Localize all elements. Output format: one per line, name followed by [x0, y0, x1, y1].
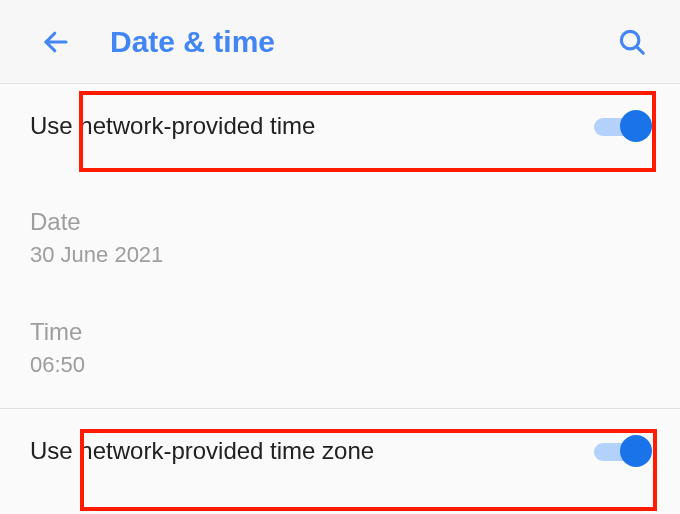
date-row: Date 30 June 2021: [0, 168, 680, 278]
time-label: Time: [30, 318, 650, 346]
toggle-thumb: [620, 110, 652, 142]
network-timezone-toggle[interactable]: [594, 435, 650, 467]
app-header: Date & time: [0, 0, 680, 84]
time-value: 06:50: [30, 352, 650, 378]
network-time-row[interactable]: Use network-provided time: [0, 84, 680, 168]
date-value: 30 June 2021: [30, 242, 650, 268]
search-icon: [617, 27, 647, 57]
network-time-label: Use network-provided time: [30, 112, 594, 140]
page-title: Date & time: [110, 25, 608, 59]
network-time-toggle[interactable]: [594, 110, 650, 142]
time-row: Time 06:50: [0, 278, 680, 408]
network-timezone-row[interactable]: Use network-provided time zone: [0, 409, 680, 493]
network-timezone-label: Use network-provided time zone: [30, 437, 594, 465]
date-label: Date: [30, 208, 650, 236]
settings-content: Use network-provided time Date 30 June 2…: [0, 84, 680, 493]
search-button[interactable]: [608, 18, 656, 66]
arrow-back-icon: [41, 27, 71, 57]
back-button[interactable]: [32, 18, 80, 66]
svg-line-2: [636, 46, 643, 53]
toggle-thumb: [620, 435, 652, 467]
